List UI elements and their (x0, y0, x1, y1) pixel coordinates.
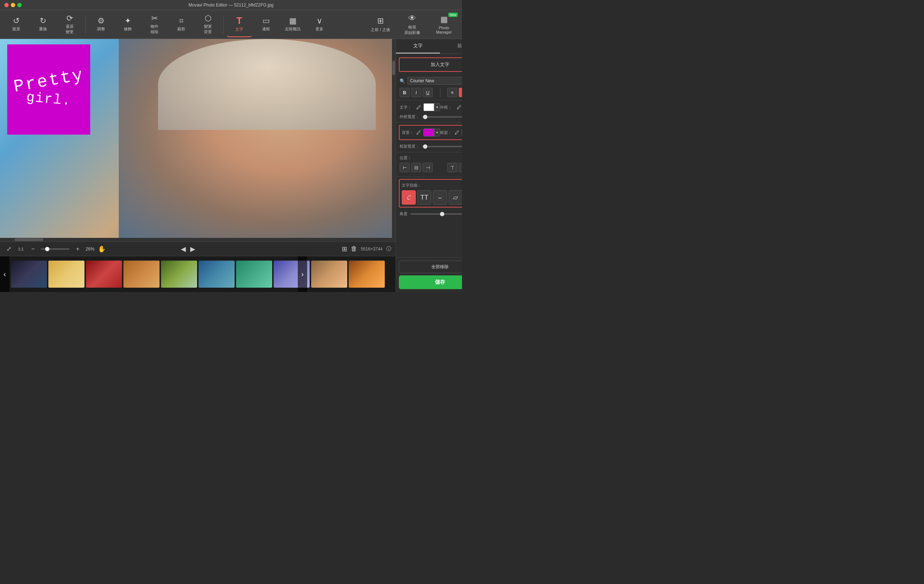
align-center-button[interactable]: ≡ (459, 88, 462, 97)
align-center-v-button[interactable]: ⊞ (459, 163, 462, 172)
restore-button[interactable]: ⟳ 還原變更 (57, 12, 82, 37)
border-label: 邊框 (262, 26, 270, 32)
tab-decor[interactable]: 裝飾 (440, 39, 462, 53)
more-button[interactable]: ∨ 更多 (307, 12, 332, 37)
frame-eyedropper[interactable]: 🖉 (454, 130, 459, 135)
change-bg-icon: ⬡ (205, 15, 211, 22)
frame-color-swatch[interactable] (462, 129, 462, 137)
warp-arch-button[interactable]: TT (417, 190, 431, 205)
crop-icon: ⌗ (179, 17, 183, 25)
film-strip-next-button[interactable]: › (298, 256, 307, 292)
undo-button[interactable]: ↺ 復原 (3, 12, 29, 37)
prev-frame-button[interactable]: ◀ (181, 245, 186, 253)
pan-tool-button[interactable]: ✋ (98, 245, 106, 253)
thumbnail-view-button[interactable]: ⊞ (342, 245, 347, 253)
redo-label: 重做 (39, 26, 47, 32)
font-search-icon: 🔍 (399, 78, 405, 84)
section-divider-3 (396, 152, 462, 152)
text-overlay-box[interactable]: Pretty girl. (7, 45, 90, 135)
zoom-out-button[interactable]: − (28, 245, 37, 253)
frame-width-thumb[interactable] (423, 144, 427, 149)
zoom-in-button[interactable]: + (73, 245, 82, 253)
film-thumb-3[interactable] (124, 261, 160, 288)
image-info-button[interactable]: ⓘ (386, 246, 391, 252)
delete-image-button[interactable]: 🗑 (351, 245, 357, 252)
maximize-button[interactable] (17, 3, 21, 7)
border-width-thumb[interactable] (423, 115, 427, 119)
align-left-edge-button[interactable]: ⊢ (399, 163, 410, 172)
angle-slider[interactable] (410, 213, 462, 215)
change-bg-button[interactable]: ⬡ 變更背景 (195, 12, 221, 37)
film-thumb-8[interactable] (311, 261, 347, 288)
underline-button[interactable]: U (422, 88, 433, 97)
canvas-scrollbar-vertical[interactable] (392, 39, 396, 241)
bg-color-dropdown[interactable]: ▼ (434, 129, 440, 137)
canvas-scrollbar-horizontal[interactable] (0, 238, 392, 241)
tab-text[interactable]: 文字 (396, 39, 440, 53)
before-after-icon: ⊞ (377, 16, 384, 26)
film-thumb-4[interactable] (161, 261, 197, 288)
save-button[interactable]: 儲存 (399, 276, 462, 289)
border-width-slider[interactable] (422, 116, 462, 118)
zoom-thumb[interactable] (45, 247, 50, 251)
angle-row: 角度 0 (396, 210, 462, 218)
film-thumb-5[interactable] (198, 261, 234, 288)
zoom-slider[interactable] (41, 248, 70, 250)
warp-arc-button[interactable]: ⌣ (433, 190, 447, 205)
text-color-dropdown[interactable]: ▼ (434, 103, 440, 111)
toolbar-divider-1 (85, 15, 86, 33)
text-color-swatch[interactable] (423, 103, 434, 111)
redo-button[interactable]: ↻ 重做 (30, 12, 56, 37)
align-top-edge-button[interactable]: ⊤ (447, 163, 457, 172)
delete-all-button[interactable]: 全部移除 (399, 261, 462, 273)
warp-slant-button[interactable]: ▱ (449, 190, 462, 205)
text-button[interactable]: T 文字 (227, 12, 252, 37)
text-eyedropper[interactable]: 🖉 (416, 104, 421, 110)
border-eyedropper[interactable]: 🖉 (457, 104, 462, 110)
film-thumb-0[interactable] (11, 261, 47, 288)
crop-button[interactable]: ⌗ 裁剪 (168, 12, 194, 37)
retouch-label: 修飾 (124, 26, 132, 32)
view-original-label: 檢視原始影像 (404, 25, 420, 35)
frame-width-slider[interactable] (422, 146, 462, 147)
warp-buttons: 𝓒 TT ⌣ ▱ △ (402, 190, 462, 205)
canvas-area[interactable]: Pretty girl. (0, 39, 396, 241)
film-thumb-9[interactable] (349, 261, 385, 288)
film-strip-prev-button[interactable]: ‹ (0, 256, 9, 292)
frame-width-label: 框架寬度： (399, 144, 419, 149)
bg-color-swatch[interactable] (423, 129, 434, 137)
italic-button[interactable]: I (411, 88, 421, 97)
bottom-toolbar: ⤢ 1:1 − + 26% ✋ ◀ ▶ ⊞ 🗑 5616×3744 ⓘ (0, 241, 396, 256)
add-text-button[interactable]: 加入文字 (399, 58, 462, 72)
section-divider-4 (396, 177, 462, 177)
film-thumb-6[interactable] (236, 261, 272, 288)
bold-button[interactable]: B (399, 88, 410, 97)
border-button[interactable]: ▭ 邊框 (253, 12, 279, 37)
film-thumb-2[interactable] (86, 261, 122, 288)
play-button[interactable]: ▶ (190, 245, 195, 253)
undo-label: 復原 (12, 26, 20, 32)
font-name-input[interactable] (408, 77, 462, 85)
align-center-h-button[interactable]: ⊟ (411, 163, 421, 172)
align-right-edge-button[interactable]: ⊣ (422, 163, 433, 172)
text-align-buttons: ≡ ≡ ≡ (447, 88, 462, 97)
view-original-button[interactable]: 👁 檢視原始影像 (398, 12, 427, 37)
minimize-button[interactable] (11, 3, 15, 7)
panel-scroll[interactable]: 文字 裝飾 加入文字 🔍 ▼ ▼ B (396, 39, 462, 257)
zoom-100-button[interactable]: 1:1 (16, 245, 25, 253)
angle-thumb[interactable] (440, 212, 444, 216)
remove-noise-button[interactable]: ▦ 去除雜訊 (280, 12, 305, 37)
before-after-button[interactable]: ⊞ 之前 / 之後 (366, 12, 395, 37)
remove-obj-button[interactable]: ✂ 物件移除 (142, 12, 167, 37)
bg-eyedropper[interactable]: 🖉 (416, 130, 421, 135)
font-selector-row: 🔍 ▼ ▼ (396, 76, 462, 86)
adjust-button[interactable]: ⚙ 調整 (88, 12, 114, 37)
align-left-button[interactable]: ≡ (447, 88, 457, 97)
close-button[interactable] (4, 3, 9, 7)
warp-none-button[interactable]: 𝓒 (402, 190, 416, 205)
section-divider-2 (396, 122, 462, 123)
retouch-button[interactable]: ✦ 修飾 (115, 12, 140, 37)
playback-controls: ◀ ▶ (181, 245, 195, 253)
fit-view-button[interactable]: ⤢ (4, 245, 13, 253)
film-thumb-1[interactable] (48, 261, 84, 288)
